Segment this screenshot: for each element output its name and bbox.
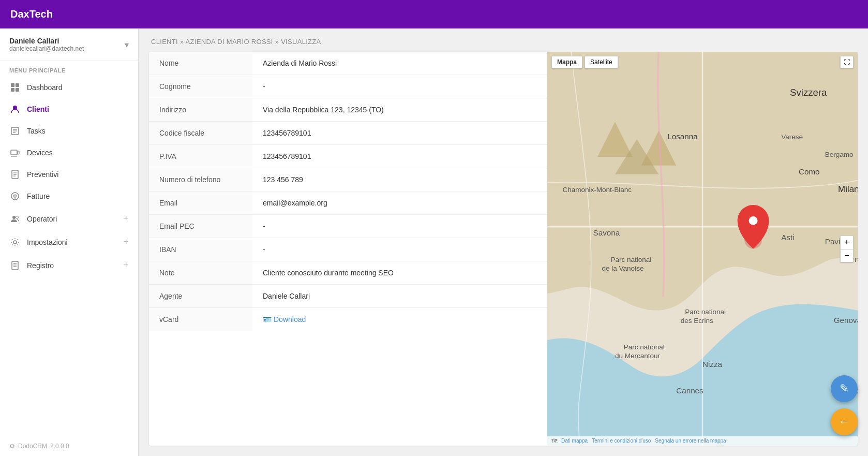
map-footer: 🗺 Dati mappa Termini e condizioni d'uso …	[547, 436, 858, 446]
map-footer-error[interactable]: Segnala un errore nella mappa	[655, 438, 726, 444]
svg-point-18	[12, 216, 16, 219]
field-value-email[interactable]: email@example.org	[252, 192, 547, 215]
plus-icon-operatori[interactable]: +	[123, 213, 129, 224]
plus-icon-registro[interactable]: +	[123, 260, 129, 271]
sidebar-item-impostazioni[interactable]: Impostazioni +	[0, 230, 138, 254]
fatture-icon	[9, 192, 21, 201]
field-value-iban: -	[252, 238, 547, 261]
sidebar-item-fatture[interactable]: Fatture	[0, 185, 138, 207]
field-label-note: Note	[149, 261, 252, 285]
field-value-email-pec: -	[252, 215, 547, 238]
field-label-piva: P.IVA	[149, 145, 252, 168]
edit-fab-button[interactable]: ✎	[831, 375, 858, 402]
sidebar-item-clienti[interactable]: Clienti	[0, 98, 138, 120]
operatori-icon	[9, 214, 21, 224]
svg-rect-10	[18, 151, 19, 154]
registro-icon	[9, 261, 21, 270]
breadcrumb-clienti[interactable]: CLIENTI	[151, 38, 178, 46]
field-label-nome: Nome	[149, 52, 252, 75]
breadcrumb-sep1: »	[180, 38, 186, 46]
sidebar-label-fatture: Fatture	[27, 192, 50, 200]
sidebar-item-preventivi[interactable]: Preventivi	[0, 164, 138, 185]
svg-point-20	[13, 241, 17, 244]
app-footer: ⚙ DodoCRM 2.0.0.0	[9, 443, 69, 450]
svg-text:Parc national: Parc national	[685, 308, 726, 316]
svg-text:Nizza: Nizza	[702, 360, 723, 369]
svg-text:Como: Como	[799, 167, 820, 176]
sidebar-item-registro[interactable]: Registro +	[0, 254, 138, 277]
map-zoom-out[interactable]: −	[840, 249, 854, 262]
app-title: DaxTech	[10, 8, 53, 20]
sidebar-label-impostazioni: Impostazioni	[27, 238, 68, 246]
field-label-vcard: vCard	[149, 308, 252, 331]
sidebar-item-dashboard[interactable]: Dashboard	[0, 77, 138, 98]
table-row: Indirizzo Via della Repubblica 123, 1234…	[149, 98, 547, 122]
breadcrumb: CLIENTI » AZIENDA DI MARIO ROSSI » VISUA…	[139, 28, 868, 52]
map-tab-satellite[interactable]: Satellite	[585, 56, 618, 68]
detail-table: Nome Azienda di Mario Rossi Cognome - In…	[149, 52, 547, 446]
sidebar-label-tasks: Tasks	[27, 127, 46, 135]
field-label-agente: Agente	[149, 285, 252, 308]
detail-card: Nome Azienda di Mario Rossi Cognome - In…	[149, 52, 858, 446]
field-value-codice-fiscale: 123456789101	[252, 122, 547, 145]
back-fab-button[interactable]: ←	[831, 408, 858, 435]
user-profile[interactable]: Daniele Callari danielecallari@daxtech.n…	[0, 28, 138, 61]
devices-icon	[9, 148, 21, 157]
svg-text:du Mercantour: du Mercantour	[615, 352, 661, 360]
map-fullscreen-button[interactable]: ⛶	[840, 56, 854, 68]
fab-area: ✎ ←	[831, 375, 858, 435]
map-footer-data[interactable]: Dati mappa	[561, 438, 588, 444]
table-row: IBAN -	[149, 238, 547, 261]
map-zoom-in[interactable]: +	[840, 236, 854, 249]
svg-text:Chamonix-Mont-Blanc: Chamonix-Mont-Blanc	[562, 186, 632, 194]
field-label-email-pec: Email PEC	[149, 215, 252, 238]
svg-point-51	[749, 216, 758, 225]
field-value-note: Cliente conosciuto durante meeting SEO	[252, 261, 547, 285]
user-name: Daniele Callari	[9, 37, 84, 45]
field-value-agente: Daniele Callari	[252, 285, 547, 308]
field-value-nome: Azienda di Mario Rossi	[252, 52, 547, 75]
sidebar-item-devices[interactable]: Devices	[0, 142, 138, 164]
breadcrumb-visualizza: VISUALIZZA	[281, 38, 321, 46]
menu-section-title: MENU PRINCIPALE	[0, 61, 138, 77]
map-tab-mappa[interactable]: Mappa	[551, 56, 582, 68]
field-value-piva: 123456789101	[252, 145, 547, 168]
plus-icon-impostazioni[interactable]: +	[123, 237, 129, 247]
dodocrm-logo-icon: ⚙	[9, 443, 15, 450]
table-row: Note Cliente conosciuto durante meeting …	[149, 261, 547, 285]
svg-text:Genova: Genova	[834, 316, 858, 325]
field-label-iban: IBAN	[149, 238, 252, 261]
svg-rect-21	[12, 261, 18, 270]
field-value-vcard[interactable]: 🪪 Download	[252, 308, 547, 331]
svg-text:Losanna: Losanna	[667, 132, 698, 141]
sidebar-item-operatori[interactable]: Operatori +	[0, 207, 138, 230]
svg-text:Milano: Milano	[838, 184, 858, 194]
svg-rect-2	[11, 88, 14, 92]
svg-rect-3	[16, 88, 19, 92]
map-container: Svizzera Losanna Como Bergamo Milano Tor…	[547, 52, 858, 446]
field-value-telefono[interactable]: 123 456 789	[252, 168, 547, 192]
download-label: Download	[274, 315, 306, 323]
grid-icon	[9, 83, 21, 92]
table-row: vCard 🪪 Download	[149, 308, 547, 331]
svg-text:de la Vanoise: de la Vanoise	[602, 264, 644, 272]
svg-text:Savona: Savona	[593, 228, 620, 237]
sidebar-item-tasks[interactable]: Tasks	[0, 120, 138, 142]
field-label-email: Email	[149, 192, 252, 215]
breadcrumb-sep2: »	[275, 38, 281, 46]
field-value-indirizzo: Via della Repubblica 123, 12345 (TO)	[252, 98, 547, 122]
sidebar-label-devices: Devices	[27, 149, 53, 157]
table-row: Email email@example.org	[149, 192, 547, 215]
svg-rect-0	[11, 83, 14, 87]
map-footer-terms[interactable]: Termini e condizioni d'uso	[592, 438, 651, 444]
field-label-cognome: Cognome	[149, 75, 252, 98]
dodocrm-label: DodoCRM	[18, 443, 47, 450]
svg-text:Bergamo: Bergamo	[825, 151, 854, 158]
edit-icon: ✎	[840, 382, 849, 395]
breadcrumb-azienda[interactable]: AZIENDA DI MARIO ROSSI	[186, 38, 273, 46]
table-row: Codice fiscale 123456789101	[149, 122, 547, 145]
download-vcard-link[interactable]: 🪪 Download	[263, 315, 306, 323]
map-svg: Svizzera Losanna Como Bergamo Milano Tor…	[547, 52, 858, 446]
field-label-telefono: Numero di telefono	[149, 168, 252, 192]
main-content: CLIENTI » AZIENDA DI MARIO ROSSI » VISUA…	[139, 28, 868, 456]
